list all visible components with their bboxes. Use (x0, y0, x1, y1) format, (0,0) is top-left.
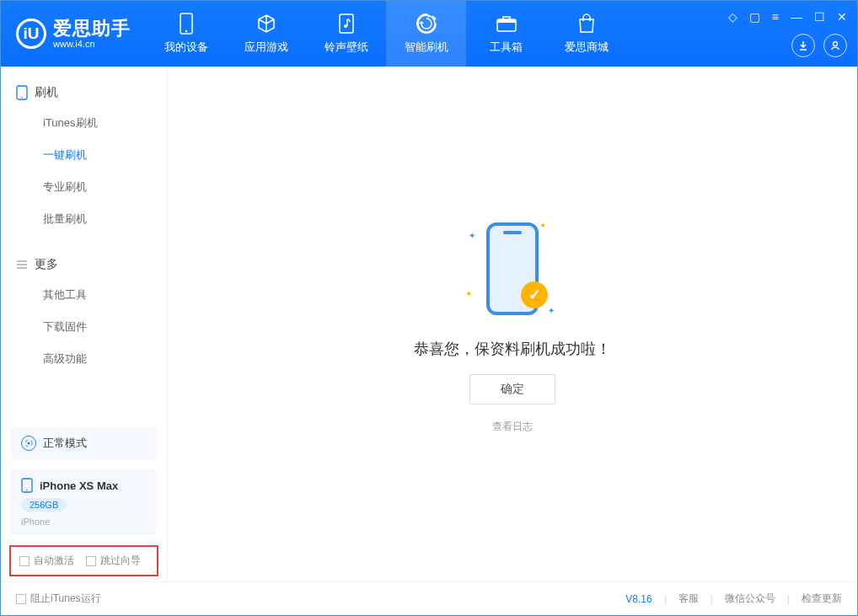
sidebar-item-pro-flash[interactable]: 专业刷机 (1, 171, 167, 203)
nav-tab-smart-flash[interactable]: 智能刷机 (386, 1, 466, 67)
device-storage: 256GB (21, 498, 67, 512)
music-icon (335, 13, 357, 35)
bag-icon (576, 13, 598, 35)
cube-icon (255, 13, 277, 35)
checkbox-stop-itunes[interactable]: 阻止iTunes运行 (16, 592, 101, 606)
view-log-link[interactable]: 查看日志 (492, 420, 533, 434)
user-button[interactable] (823, 34, 847, 57)
device-name: iPhone XS Max (40, 479, 118, 492)
maximize-icon[interactable]: ☐ (814, 10, 825, 24)
status-right: V8.16 | 客服 | 微信公众号 | 检查更新 (625, 592, 842, 606)
app-name: 爱思助手 (53, 19, 131, 38)
nav-tabs: 我的设备 应用游戏 铃声壁纸 智能刷机 工具箱 爱思商城 (146, 1, 626, 67)
device-icon (175, 13, 197, 35)
version-label: V8.16 (625, 593, 652, 605)
download-button[interactable] (791, 34, 815, 57)
toolbox-icon (496, 13, 517, 35)
sidebar-section-more: 更多 其他工具 下载固件 高级功能 (1, 238, 167, 378)
device-icon (21, 478, 33, 493)
svg-point-8 (834, 42, 838, 46)
minimize-icon[interactable]: — (791, 10, 802, 24)
nav-tab-apps-games[interactable]: 应用游戏 (226, 1, 306, 67)
app-logo[interactable]: iU 爱思助手 www.i4.cn (1, 19, 146, 49)
link-support[interactable]: 客服 (678, 592, 699, 606)
link-wechat[interactable]: 微信公众号 (725, 592, 775, 606)
mode-icon (21, 436, 36, 451)
sidebar-header-flash: 刷机 (1, 78, 167, 107)
svg-point-1 (185, 30, 186, 32)
checkbox-auto-activate[interactable]: 自动激活 (19, 554, 74, 568)
close-icon[interactable]: ✕ (837, 10, 847, 24)
svg-rect-7 (497, 19, 516, 23)
feedback-icon[interactable]: ▢ (749, 10, 760, 24)
svg-point-14 (26, 490, 28, 491)
tshirt-icon[interactable]: ◇ (728, 10, 737, 24)
sidebar-item-oneclick-flash[interactable]: 一键刷机 (1, 139, 167, 171)
nav-tab-store[interactable]: 爱思商城 (546, 1, 626, 67)
sidebar-item-itunes-flash[interactable]: iTunes刷机 (1, 107, 167, 139)
phone-icon (16, 85, 28, 100)
nav-tab-my-device[interactable]: 我的设备 (146, 1, 226, 67)
sidebar-item-other-tools[interactable]: 其他工具 (1, 279, 167, 311)
checkbox-skip-guide[interactable]: 跳过向导 (86, 554, 141, 568)
device-mode-box[interactable]: 正常模式 (11, 427, 157, 459)
svg-marker-5 (419, 21, 424, 24)
device-mode-label: 正常模式 (43, 436, 87, 451)
success-message: 恭喜您，保资料刷机成功啦！ (414, 339, 611, 359)
menu-icon[interactable]: ≡ (772, 10, 779, 24)
body-area: 刷机 iTunes刷机 一键刷机 专业刷机 批量刷机 更多 其他工具 下载固件 … (1, 67, 857, 581)
options-box: 自动激活 跳过向导 (9, 545, 158, 576)
sidebar-section-flash: 刷机 iTunes刷机 一键刷机 专业刷机 批量刷机 (1, 67, 167, 238)
device-info-box[interactable]: iPhone XS Max 256GB iPhone (11, 469, 157, 535)
link-update[interactable]: 检查更新 (802, 592, 842, 606)
success-illustration: ✦✦✦✦ ✓ (462, 214, 563, 324)
titlebar-right: ◇ ▢ ≡ — ☐ ✕ (728, 10, 857, 57)
refresh-icon (416, 13, 437, 35)
app-url: www.i4.cn (53, 40, 131, 49)
sidebar-item-batch-flash[interactable]: 批量刷机 (1, 203, 167, 235)
nav-tab-ringtones-wallpaper[interactable]: 铃声壁纸 (306, 1, 386, 67)
list-icon (16, 259, 28, 271)
svg-point-3 (344, 24, 347, 28)
statusbar: 阻止iTunes运行 V8.16 | 客服 | 微信公众号 | 检查更新 (1, 581, 857, 615)
check-icon: ✓ (521, 281, 548, 308)
titlebar: iU 爱思助手 www.i4.cn 我的设备 应用游戏 铃声壁纸 智能刷机 工具… (1, 1, 857, 67)
window-controls: ◇ ▢ ≡ — ☐ ✕ (728, 10, 847, 24)
device-type: iPhone (21, 517, 50, 527)
main-content: ✦✦✦✦ ✓ 恭喜您，保资料刷机成功啦！ 确定 查看日志 (168, 67, 857, 581)
nav-tab-toolbox[interactable]: 工具箱 (466, 1, 546, 67)
sidebar-header-more: 更多 (1, 250, 167, 279)
sidebar-item-download-firmware[interactable]: 下载固件 (1, 311, 167, 343)
sidebar: 刷机 iTunes刷机 一键刷机 专业刷机 批量刷机 更多 其他工具 下载固件 … (1, 67, 168, 581)
logo-icon: iU (16, 19, 46, 49)
svg-point-10 (21, 97, 23, 99)
ok-button[interactable]: 确定 (469, 374, 555, 404)
svg-rect-2 (340, 14, 353, 33)
sidebar-item-advanced[interactable]: 高级功能 (1, 343, 167, 375)
svg-point-11 (28, 442, 30, 445)
